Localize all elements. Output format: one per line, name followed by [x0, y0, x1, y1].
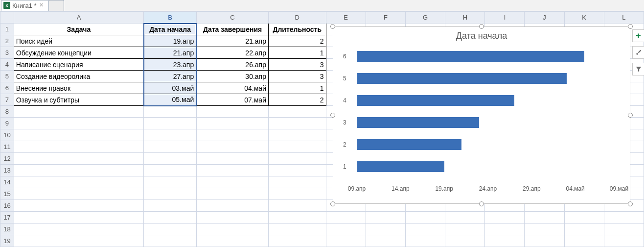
cell-B2[interactable]: 19.апр — [144, 35, 196, 47]
col-header-D[interactable]: D — [268, 12, 326, 24]
cell-C10[interactable] — [196, 129, 268, 141]
cell-A2[interactable]: Поиск идей — [14, 35, 144, 47]
cell-E19[interactable] — [326, 235, 366, 247]
cell-E18[interactable] — [326, 224, 366, 235]
select-all-corner[interactable] — [0, 12, 14, 24]
row-header[interactable]: 17 — [0, 212, 14, 224]
cell-I18[interactable] — [485, 224, 525, 235]
cell-B17[interactable] — [144, 212, 196, 224]
resize-handle-n[interactable] — [479, 24, 484, 29]
cell-B1[interactable]: Дата начала — [144, 24, 196, 35]
row-header[interactable]: 16 — [0, 200, 14, 212]
cell-D4[interactable]: 3 — [268, 59, 326, 71]
cell-A18[interactable] — [14, 224, 144, 235]
col-header-B[interactable]: B — [144, 12, 196, 24]
chart-bar[interactable] — [357, 73, 567, 84]
cell-C15[interactable] — [196, 188, 268, 200]
cell-B9[interactable] — [144, 118, 196, 129]
cell-A19[interactable] — [14, 235, 144, 247]
cell-A6[interactable]: Внесение правок — [14, 82, 144, 94]
cell-C11[interactable] — [196, 141, 268, 153]
cell-B4[interactable]: 23.апр — [144, 59, 196, 71]
chart-styles-button[interactable] — [632, 46, 644, 59]
row-header[interactable]: 19 — [0, 235, 14, 247]
cell-A3[interactable]: Обсуждение концепции — [14, 47, 144, 59]
row-header[interactable]: 1 — [0, 24, 14, 35]
row-header[interactable]: 6 — [0, 82, 14, 94]
cell-A14[interactable] — [14, 176, 144, 188]
cell-D19[interactable] — [268, 235, 326, 247]
cell-D1[interactable]: Длительность — [268, 24, 326, 35]
cell-C16[interactable] — [196, 200, 268, 212]
cell-A8[interactable] — [14, 106, 144, 118]
cell-H19[interactable] — [445, 235, 485, 247]
cell-L18[interactable] — [604, 224, 644, 235]
cell-F17[interactable] — [366, 212, 405, 224]
row-header[interactable]: 9 — [0, 118, 14, 129]
chart-bar[interactable] — [357, 139, 461, 150]
row-header[interactable]: 8 — [0, 106, 14, 118]
cell-B7[interactable]: 05.май — [144, 94, 196, 106]
cell-B15[interactable] — [144, 188, 196, 200]
chart-filter-button[interactable] — [632, 63, 644, 75]
cell-B18[interactable] — [144, 224, 196, 235]
col-header-C[interactable]: C — [196, 12, 268, 24]
cell-B19[interactable] — [144, 235, 196, 247]
cell-B14[interactable] — [144, 176, 196, 188]
cell-B6[interactable]: 03.май — [144, 82, 196, 94]
cell-A5[interactable]: Создание видеоролика — [14, 71, 144, 82]
row-header[interactable]: 14 — [0, 176, 14, 188]
cell-B10[interactable] — [144, 129, 196, 141]
cell-C5[interactable]: 30.апр — [196, 71, 268, 82]
row-header[interactable]: 3 — [0, 47, 14, 59]
cell-C18[interactable] — [196, 224, 268, 235]
row-header[interactable]: 15 — [0, 188, 14, 200]
cell-B11[interactable] — [144, 141, 196, 153]
col-header-L[interactable]: L — [604, 12, 644, 24]
cell-D15[interactable] — [268, 188, 326, 200]
cell-A9[interactable] — [14, 118, 144, 129]
cell-D7[interactable]: 2 — [268, 94, 326, 106]
cell-J17[interactable] — [525, 212, 564, 224]
embedded-chart[interactable]: Дата начала 654321 09.апр14.апр19.апр24.… — [333, 26, 630, 204]
cell-D10[interactable] — [268, 129, 326, 141]
cell-C4[interactable]: 26.апр — [196, 59, 268, 71]
cell-D3[interactable]: 1 — [268, 47, 326, 59]
chart-bar[interactable] — [357, 161, 444, 172]
cell-I19[interactable] — [485, 235, 525, 247]
cell-A15[interactable] — [14, 188, 144, 200]
chart-bar[interactable] — [357, 51, 584, 62]
cell-K18[interactable] — [564, 224, 604, 235]
resize-handle-nw[interactable] — [330, 24, 335, 29]
cell-A4[interactable]: Написание сценария — [14, 59, 144, 71]
row-header[interactable]: 2 — [0, 35, 14, 47]
row-header[interactable]: 5 — [0, 71, 14, 82]
resize-handle-e[interactable] — [628, 113, 633, 118]
cell-A17[interactable] — [14, 212, 144, 224]
chart-plot-area[interactable]: 654321 — [345, 45, 618, 182]
chart-title[interactable]: Дата начала — [333, 27, 630, 43]
col-header-K[interactable]: K — [564, 12, 604, 24]
cell-G18[interactable] — [405, 224, 445, 235]
chart-elements-button[interactable]: + — [632, 29, 644, 42]
cell-G17[interactable] — [405, 212, 445, 224]
cell-A7[interactable]: Озвучка и субтитры — [14, 94, 144, 106]
cell-C14[interactable] — [196, 176, 268, 188]
cell-D9[interactable] — [268, 118, 326, 129]
close-icon[interactable]: × — [39, 2, 45, 8]
cell-D18[interactable] — [268, 224, 326, 235]
cell-B16[interactable] — [144, 200, 196, 212]
row-header[interactable]: 12 — [0, 153, 14, 165]
cell-B5[interactable]: 27.апр — [144, 71, 196, 82]
cell-A11[interactable] — [14, 141, 144, 153]
cell-A10[interactable] — [14, 129, 144, 141]
cell-J18[interactable] — [525, 224, 564, 235]
cell-C9[interactable] — [196, 118, 268, 129]
cell-B12[interactable] — [144, 153, 196, 165]
cell-D11[interactable] — [268, 141, 326, 153]
cell-A1[interactable]: Задача — [14, 24, 144, 35]
new-tab-button[interactable] — [48, 0, 64, 11]
col-header-J[interactable]: J — [525, 12, 564, 24]
cell-D2[interactable]: 2 — [268, 35, 326, 47]
row-header[interactable]: 13 — [0, 165, 14, 176]
